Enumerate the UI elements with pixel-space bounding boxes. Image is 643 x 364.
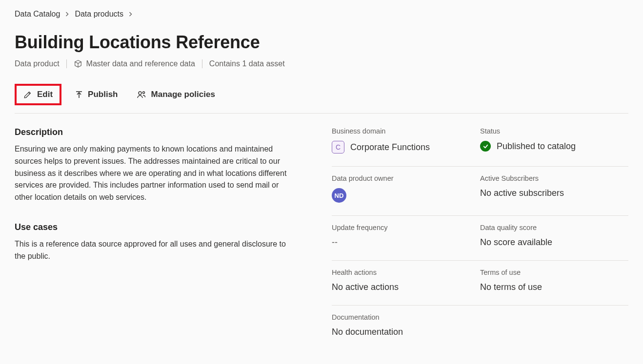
right-column: Business domain C Corporate Functions St…: [332, 127, 628, 342]
people-icon: [137, 90, 146, 99]
divider: [202, 59, 202, 68]
documentation-label: Documentation: [332, 313, 480, 321]
chevron-right-icon: [65, 12, 70, 17]
business-domain-value: Corporate Functions: [350, 142, 430, 153]
cube-icon: [74, 59, 82, 68]
manage-policies-label: Manage policies: [151, 90, 215, 99]
domain-badge: C: [332, 141, 344, 153]
publish-button[interactable]: Publish: [70, 87, 122, 102]
status-value: Published to catalog: [497, 141, 576, 152]
terms-value: No terms of use: [480, 282, 628, 292]
svg-point-0: [139, 92, 141, 95]
edit-button[interactable]: Edit: [17, 86, 60, 103]
manage-policies-button[interactable]: Manage policies: [132, 87, 220, 102]
left-column: Description Ensuring we are only making …: [15, 127, 302, 342]
subscribers-label: Active Subscribers: [480, 174, 628, 182]
update-frequency-label: Update frequency: [332, 224, 480, 231]
publish-label: Publish: [88, 90, 118, 99]
owner-avatar[interactable]: ND: [332, 188, 346, 203]
toolbar: Edit Publish Manag: [15, 84, 628, 114]
category-label: Master data and reference data: [86, 59, 195, 68]
update-frequency-value: --: [332, 237, 480, 248]
breadcrumb: Data Catalog Data products: [15, 10, 628, 19]
description-heading: Description: [15, 127, 298, 137]
product-type-label: Data product: [15, 59, 60, 68]
arrow-up-icon: [75, 90, 83, 99]
quality-score-label: Data quality score: [480, 224, 628, 231]
documentation-value: No documentation: [332, 327, 480, 337]
description-body: Ensuring we are only making payments to …: [15, 143, 298, 204]
page-title: Building Locations Reference: [15, 32, 628, 53]
health-actions-label: Health actions: [332, 268, 480, 276]
subscribers-value: No active subscribers: [480, 188, 628, 198]
chevron-right-icon: [128, 12, 133, 17]
svg-point-1: [142, 92, 144, 94]
breadcrumb-root[interactable]: Data Catalog: [15, 10, 60, 19]
breadcrumb-products[interactable]: Data products: [75, 10, 123, 19]
health-actions-value: No active actions: [332, 282, 480, 292]
pencil-icon: [23, 90, 32, 99]
business-domain-label: Business domain: [332, 127, 480, 135]
divider: [66, 59, 67, 68]
terms-label: Terms of use: [480, 268, 628, 276]
status-label: Status: [480, 127, 628, 135]
use-cases-heading: Use cases: [15, 222, 298, 232]
quality-score-value: No score available: [480, 237, 628, 248]
edit-label: Edit: [37, 90, 53, 99]
checkmark-circle-icon: [480, 141, 491, 152]
subtitle-row: Data product Master data and reference d…: [15, 59, 628, 68]
owner-label: Data product owner: [332, 174, 480, 182]
asset-count-label: Contains 1 data asset: [209, 59, 285, 68]
highlight-edit: Edit: [15, 84, 61, 105]
use-cases-body: This is a reference data source approved…: [15, 238, 298, 263]
